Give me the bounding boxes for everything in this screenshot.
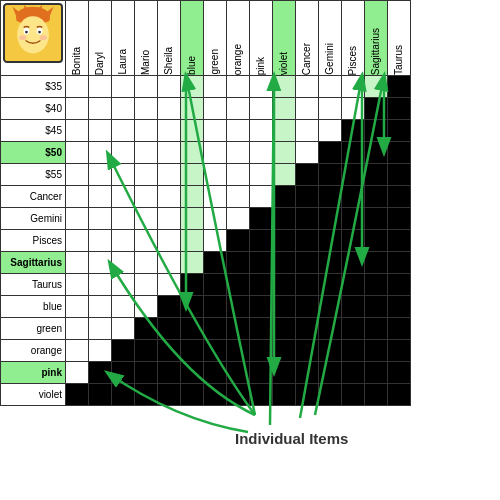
row-label-Cancer: Cancer <box>1 186 66 208</box>
cell <box>296 252 319 274</box>
cell <box>250 362 273 384</box>
cell <box>204 208 227 230</box>
cell <box>158 164 181 186</box>
cell <box>296 230 319 252</box>
cell <box>66 340 89 362</box>
cell <box>227 142 250 164</box>
cell <box>273 76 296 98</box>
cell <box>227 296 250 318</box>
cell <box>204 164 227 186</box>
cell <box>66 142 89 164</box>
cell <box>296 296 319 318</box>
cell <box>181 296 204 318</box>
cell <box>204 186 227 208</box>
cell <box>89 186 112 208</box>
cell <box>135 274 158 296</box>
cell <box>66 76 89 98</box>
col-header-gemini: Gemini <box>319 1 342 76</box>
col-header-sagittarius: Sagittarius <box>365 1 388 76</box>
cell <box>273 296 296 318</box>
cell <box>296 340 319 362</box>
table-row: pink <box>1 362 411 384</box>
cell <box>319 142 342 164</box>
cell <box>319 208 342 230</box>
cell <box>181 252 204 274</box>
cell <box>388 98 411 120</box>
row-label-dollar-40: $40 <box>1 98 66 120</box>
cell <box>365 164 388 186</box>
cell <box>342 296 365 318</box>
cell <box>296 384 319 406</box>
col-header-laura: Laura <box>112 1 135 76</box>
cell <box>365 362 388 384</box>
cell <box>296 98 319 120</box>
row-label-Taurus: Taurus <box>1 274 66 296</box>
cell <box>112 384 135 406</box>
cell <box>365 98 388 120</box>
svg-point-10 <box>25 31 28 34</box>
cell <box>342 208 365 230</box>
cell <box>204 296 227 318</box>
table-row: $55 <box>1 164 411 186</box>
cell <box>319 318 342 340</box>
table-row: Cancer <box>1 186 411 208</box>
cell <box>135 384 158 406</box>
col-header-taurus: Taurus <box>388 1 411 76</box>
cell <box>250 340 273 362</box>
cell <box>66 252 89 274</box>
cell <box>365 384 388 406</box>
cell <box>204 318 227 340</box>
cell <box>181 340 204 362</box>
cell <box>250 230 273 252</box>
cell <box>388 318 411 340</box>
cell <box>66 362 89 384</box>
cell <box>158 208 181 230</box>
cell <box>204 340 227 362</box>
cell <box>227 252 250 274</box>
cell <box>66 208 89 230</box>
cell <box>89 340 112 362</box>
cell <box>250 98 273 120</box>
cell <box>273 120 296 142</box>
cell <box>204 76 227 98</box>
cell <box>204 362 227 384</box>
cell <box>250 274 273 296</box>
cell <box>66 120 89 142</box>
cell <box>135 296 158 318</box>
col-header-sheila: Sheila <box>158 1 181 76</box>
cell <box>388 142 411 164</box>
cell <box>89 76 112 98</box>
cell <box>181 208 204 230</box>
col-header-blue: blue <box>181 1 204 76</box>
cell <box>112 318 135 340</box>
cell <box>158 230 181 252</box>
cell <box>342 164 365 186</box>
cell <box>112 252 135 274</box>
cell <box>204 274 227 296</box>
cell <box>388 296 411 318</box>
cell <box>342 142 365 164</box>
cell <box>365 274 388 296</box>
cell <box>342 186 365 208</box>
cell <box>66 164 89 186</box>
cell <box>250 76 273 98</box>
cell <box>342 362 365 384</box>
cell <box>227 98 250 120</box>
cell <box>250 208 273 230</box>
cell <box>273 274 296 296</box>
row-label-green: green <box>1 318 66 340</box>
cell <box>227 362 250 384</box>
cell <box>388 230 411 252</box>
cell <box>66 274 89 296</box>
cell <box>135 164 158 186</box>
col-header-orange: orange <box>227 1 250 76</box>
cell <box>204 230 227 252</box>
cell <box>112 362 135 384</box>
cell <box>319 186 342 208</box>
cell <box>227 164 250 186</box>
cell <box>158 340 181 362</box>
cell <box>388 164 411 186</box>
cell <box>319 252 342 274</box>
cell <box>250 296 273 318</box>
cell <box>388 208 411 230</box>
